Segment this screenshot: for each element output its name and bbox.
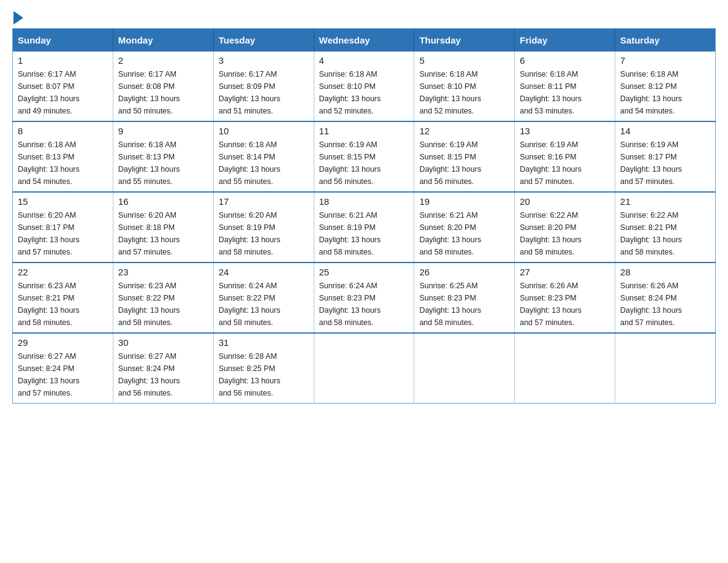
calendar-day-26: 26Sunrise: 6:25 AMSunset: 8:23 PMDayligh… bbox=[414, 262, 515, 333]
day-number: 3 bbox=[219, 55, 309, 66]
calendar-day-4: 4Sunrise: 6:18 AMSunset: 8:10 PMDaylight… bbox=[314, 52, 414, 121]
day-number: 31 bbox=[219, 337, 309, 348]
day-number: 25 bbox=[319, 267, 409, 277]
calendar-day-27: 27Sunrise: 6:26 AMSunset: 8:23 PMDayligh… bbox=[515, 262, 615, 333]
day-number: 17 bbox=[219, 196, 309, 207]
day-number: 10 bbox=[219, 126, 309, 136]
day-number: 22 bbox=[18, 267, 108, 277]
day-number: 15 bbox=[18, 196, 108, 207]
day-info: Sunrise: 6:20 AMSunset: 8:17 PMDaylight:… bbox=[18, 209, 108, 258]
calendar-day-18: 18Sunrise: 6:21 AMSunset: 8:19 PMDayligh… bbox=[314, 192, 414, 262]
day-number: 28 bbox=[620, 267, 710, 277]
calendar-day-11: 11Sunrise: 6:19 AMSunset: 8:15 PMDayligh… bbox=[314, 121, 414, 192]
calendar-day-28: 28Sunrise: 6:26 AMSunset: 8:24 PMDayligh… bbox=[615, 262, 716, 333]
calendar-day-13: 13Sunrise: 6:19 AMSunset: 8:16 PMDayligh… bbox=[515, 121, 615, 192]
day-info: Sunrise: 6:18 AMSunset: 8:12 PMDaylight:… bbox=[620, 68, 710, 117]
calendar-day-19: 19Sunrise: 6:21 AMSunset: 8:20 PMDayligh… bbox=[414, 192, 515, 262]
calendar-day-16: 16Sunrise: 6:20 AMSunset: 8:18 PMDayligh… bbox=[113, 192, 213, 262]
day-number: 11 bbox=[319, 126, 409, 136]
day-info: Sunrise: 6:19 AMSunset: 8:17 PMDaylight:… bbox=[620, 139, 710, 188]
day-info: Sunrise: 6:20 AMSunset: 8:19 PMDaylight:… bbox=[219, 209, 309, 258]
calendar-day-17: 17Sunrise: 6:20 AMSunset: 8:19 PMDayligh… bbox=[213, 192, 314, 262]
calendar-day-21: 21Sunrise: 6:22 AMSunset: 8:21 PMDayligh… bbox=[615, 192, 716, 262]
day-number: 21 bbox=[620, 196, 710, 207]
calendar-day-22: 22Sunrise: 6:23 AMSunset: 8:21 PMDayligh… bbox=[13, 262, 113, 333]
calendar-day-7: 7Sunrise: 6:18 AMSunset: 8:12 PMDaylight… bbox=[615, 52, 716, 121]
col-header-monday: Monday bbox=[113, 29, 213, 52]
calendar-day-12: 12Sunrise: 6:19 AMSunset: 8:15 PMDayligh… bbox=[414, 121, 515, 192]
day-info: Sunrise: 6:28 AMSunset: 8:25 PMDaylight:… bbox=[219, 350, 309, 399]
day-info: Sunrise: 6:27 AMSunset: 8:24 PMDaylight:… bbox=[18, 350, 108, 399]
day-info: Sunrise: 6:20 AMSunset: 8:18 PMDaylight:… bbox=[118, 209, 208, 258]
col-header-wednesday: Wednesday bbox=[314, 29, 414, 52]
day-info: Sunrise: 6:26 AMSunset: 8:24 PMDaylight:… bbox=[620, 280, 710, 329]
day-number: 16 bbox=[118, 196, 208, 207]
day-info: Sunrise: 6:19 AMSunset: 8:15 PMDaylight:… bbox=[419, 139, 509, 188]
day-info: Sunrise: 6:23 AMSunset: 8:21 PMDaylight:… bbox=[18, 280, 108, 329]
day-info: Sunrise: 6:21 AMSunset: 8:19 PMDaylight:… bbox=[319, 209, 409, 258]
day-number: 29 bbox=[18, 337, 108, 348]
calendar-day-9: 9Sunrise: 6:18 AMSunset: 8:13 PMDaylight… bbox=[113, 121, 213, 192]
day-info: Sunrise: 6:27 AMSunset: 8:24 PMDaylight:… bbox=[118, 350, 208, 399]
logo bbox=[12, 12, 23, 22]
day-info: Sunrise: 6:18 AMSunset: 8:13 PMDaylight:… bbox=[118, 139, 208, 188]
day-number: 18 bbox=[319, 196, 409, 207]
logo-arrow-icon bbox=[13, 11, 23, 25]
day-number: 6 bbox=[520, 55, 610, 66]
day-number: 9 bbox=[118, 126, 208, 136]
calendar-day-10: 10Sunrise: 6:18 AMSunset: 8:14 PMDayligh… bbox=[213, 121, 314, 192]
calendar-day-3: 3Sunrise: 6:17 AMSunset: 8:09 PMDaylight… bbox=[213, 52, 314, 121]
day-number: 30 bbox=[118, 337, 208, 348]
col-header-tuesday: Tuesday bbox=[213, 29, 314, 52]
calendar-day-29: 29Sunrise: 6:27 AMSunset: 8:24 PMDayligh… bbox=[13, 333, 113, 404]
empty-cell bbox=[515, 333, 615, 404]
day-info: Sunrise: 6:18 AMSunset: 8:10 PMDaylight:… bbox=[319, 68, 409, 117]
day-number: 12 bbox=[419, 126, 509, 136]
day-number: 23 bbox=[118, 267, 208, 277]
day-info: Sunrise: 6:22 AMSunset: 8:20 PMDaylight:… bbox=[520, 209, 610, 258]
day-number: 14 bbox=[620, 126, 710, 136]
day-number: 5 bbox=[419, 55, 509, 66]
day-info: Sunrise: 6:26 AMSunset: 8:23 PMDaylight:… bbox=[520, 280, 610, 329]
day-info: Sunrise: 6:17 AMSunset: 8:08 PMDaylight:… bbox=[118, 68, 208, 117]
calendar-week-1: 1Sunrise: 6:17 AMSunset: 8:07 PMDaylight… bbox=[13, 52, 716, 121]
day-number: 1 bbox=[18, 55, 108, 66]
day-info: Sunrise: 6:24 AMSunset: 8:23 PMDaylight:… bbox=[319, 280, 409, 329]
day-number: 4 bbox=[319, 55, 409, 66]
calendar-day-20: 20Sunrise: 6:22 AMSunset: 8:20 PMDayligh… bbox=[515, 192, 615, 262]
day-info: Sunrise: 6:24 AMSunset: 8:22 PMDaylight:… bbox=[219, 280, 309, 329]
day-info: Sunrise: 6:23 AMSunset: 8:22 PMDaylight:… bbox=[118, 280, 208, 329]
day-info: Sunrise: 6:18 AMSunset: 8:14 PMDaylight:… bbox=[219, 139, 309, 188]
calendar-week-2: 8Sunrise: 6:18 AMSunset: 8:13 PMDaylight… bbox=[13, 121, 716, 192]
calendar-day-2: 2Sunrise: 6:17 AMSunset: 8:08 PMDaylight… bbox=[113, 52, 213, 121]
day-info: Sunrise: 6:25 AMSunset: 8:23 PMDaylight:… bbox=[419, 280, 509, 329]
calendar-day-8: 8Sunrise: 6:18 AMSunset: 8:13 PMDaylight… bbox=[13, 121, 113, 192]
calendar-day-15: 15Sunrise: 6:20 AMSunset: 8:17 PMDayligh… bbox=[13, 192, 113, 262]
empty-cell bbox=[615, 333, 716, 404]
calendar-day-25: 25Sunrise: 6:24 AMSunset: 8:23 PMDayligh… bbox=[314, 262, 414, 333]
calendar-week-5: 29Sunrise: 6:27 AMSunset: 8:24 PMDayligh… bbox=[13, 333, 716, 404]
day-info: Sunrise: 6:18 AMSunset: 8:11 PMDaylight:… bbox=[520, 68, 610, 117]
calendar-header-row: SundayMondayTuesdayWednesdayThursdayFrid… bbox=[13, 29, 716, 52]
day-number: 8 bbox=[18, 126, 108, 136]
calendar-table: SundayMondayTuesdayWednesdayThursdayFrid… bbox=[12, 28, 716, 404]
day-info: Sunrise: 6:21 AMSunset: 8:20 PMDaylight:… bbox=[419, 209, 509, 258]
calendar-week-3: 15Sunrise: 6:20 AMSunset: 8:17 PMDayligh… bbox=[13, 192, 716, 262]
day-number: 13 bbox=[520, 126, 610, 136]
day-number: 20 bbox=[520, 196, 610, 207]
calendar-day-23: 23Sunrise: 6:23 AMSunset: 8:22 PMDayligh… bbox=[113, 262, 213, 333]
day-number: 7 bbox=[620, 55, 710, 66]
day-info: Sunrise: 6:19 AMSunset: 8:15 PMDaylight:… bbox=[319, 139, 409, 188]
calendar-day-1: 1Sunrise: 6:17 AMSunset: 8:07 PMDaylight… bbox=[13, 52, 113, 121]
calendar-day-5: 5Sunrise: 6:18 AMSunset: 8:10 PMDaylight… bbox=[414, 52, 515, 121]
col-header-saturday: Saturday bbox=[615, 29, 716, 52]
calendar-day-6: 6Sunrise: 6:18 AMSunset: 8:11 PMDaylight… bbox=[515, 52, 615, 121]
day-info: Sunrise: 6:19 AMSunset: 8:16 PMDaylight:… bbox=[520, 139, 610, 188]
day-number: 26 bbox=[419, 267, 509, 277]
col-header-friday: Friday bbox=[515, 29, 615, 52]
col-header-sunday: Sunday bbox=[13, 29, 113, 52]
day-number: 2 bbox=[118, 55, 208, 66]
calendar-day-24: 24Sunrise: 6:24 AMSunset: 8:22 PMDayligh… bbox=[213, 262, 314, 333]
empty-cell bbox=[414, 333, 515, 404]
day-number: 27 bbox=[520, 267, 610, 277]
